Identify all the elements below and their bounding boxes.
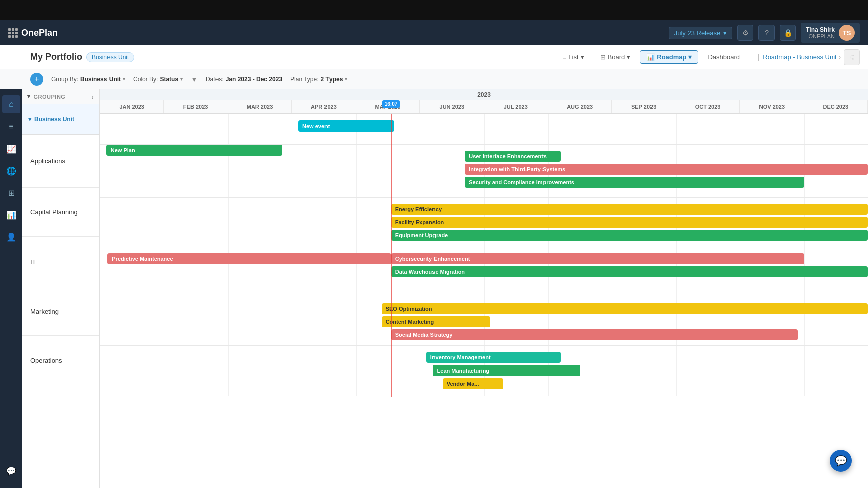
- sidebar-analytics-icon[interactable]: 📊: [2, 206, 20, 224]
- bar-socialMedia[interactable]: Social Media Strategy: [391, 329, 798, 340]
- fab-button[interactable]: 💬: [830, 450, 852, 472]
- sidebar-globe-icon[interactable]: 🌐: [2, 162, 20, 180]
- release-dropdown[interactable]: July 23 Release ▾: [669, 27, 733, 39]
- grid-line-5: [420, 114, 420, 144]
- month-headers: JAN 2023FEB 2023MAR 2023APR 2023MAY 2023…: [100, 100, 868, 114]
- grid-line-4: [356, 145, 357, 197]
- grid-line-11: [804, 114, 805, 144]
- grid-line-3: [292, 114, 292, 144]
- grid-line-7: [548, 114, 549, 144]
- group-operations[interactable]: Operations: [22, 336, 99, 386]
- bar-label-cybersecurity: Cybersecurity Enhancement: [395, 256, 470, 262]
- lock-button[interactable]: 🔒: [780, 25, 796, 41]
- collapse-business-unit-icon: ▾: [28, 116, 31, 123]
- filter-icon[interactable]: ▼: [191, 75, 198, 83]
- sidebar-puzzle-icon[interactable]: ⊞: [2, 184, 20, 202]
- plan-type-label: Plan Type:: [290, 76, 318, 83]
- bar-label-socialMedia: Social Media Strategy: [395, 332, 453, 338]
- grid-line-4: [356, 346, 357, 396]
- collapse-icon[interactable]: ▾: [27, 93, 31, 100]
- bar-energyEfficiency[interactable]: Energy Efficiency: [391, 204, 868, 215]
- board-view-btn[interactable]: ⊞ Board ▾: [594, 50, 637, 64]
- grid-line-5: [420, 145, 420, 197]
- bar-vendorMgmt[interactable]: Vendor Ma...: [443, 378, 503, 389]
- bar-dataWarehouse[interactable]: Data Warehouse Migration: [391, 266, 868, 277]
- group-by-control[interactable]: Group By: Business Unit ▾: [51, 76, 125, 83]
- settings-button[interactable]: ⚙: [737, 25, 753, 41]
- color-by-control[interactable]: Color By: Status ▾: [133, 76, 183, 83]
- app-header: OnePlan July 23 Release ▾ ⚙ ? 🔒 Tina Shi…: [0, 20, 868, 45]
- help-button[interactable]: ?: [758, 25, 775, 41]
- add-button[interactable]: +: [30, 73, 43, 86]
- dates-control[interactable]: Dates: Jan 2023 - Dec 2023: [206, 76, 282, 83]
- gantt-row-marketing: SEO OptimizationContent MarketingSocial …: [100, 297, 868, 346]
- left-sidebar: ⌂ ≡ 📈 🌐 ⊞ 📊 👤 💬: [0, 89, 22, 488]
- bar-contentMarketing[interactable]: Content Marketing: [382, 316, 491, 327]
- dashboard-view-btn[interactable]: Dashboard: [701, 50, 746, 64]
- bar-newPlan[interactable]: New Plan: [106, 145, 282, 156]
- month-header-7: AUG 2023: [548, 100, 612, 113]
- grouping-panel: ▾ GROUPING ↕ ▾ Business Unit Application…: [22, 89, 100, 488]
- bar-label-inventoryMgmt: Inventory Management: [430, 354, 491, 360]
- bar-leanManufacturing[interactable]: Lean Manufacturing: [433, 365, 580, 376]
- bar-security[interactable]: Security and Compliance Improvements: [465, 177, 804, 188]
- grid-line-1: [164, 198, 164, 247]
- print-button[interactable]: 🖨: [844, 49, 860, 65]
- sidebar-list-icon[interactable]: ≡: [2, 117, 20, 136]
- print-icon: 🖨: [848, 53, 855, 61]
- month-header-5: JUN 2023: [420, 100, 484, 113]
- bar-integration[interactable]: Integration with Third-Party Systems: [465, 164, 868, 175]
- bar-label-seoOptimization: SEO Optimization: [386, 306, 432, 312]
- year-header: 2023: [100, 89, 868, 100]
- gantt-row-operations: Inventory ManagementLean ManufacturingVe…: [100, 346, 868, 396]
- bar-inventoryMgmt[interactable]: Inventory Management: [426, 352, 561, 363]
- sort-icon[interactable]: ↕: [91, 94, 94, 100]
- grouping-header: ▾ GROUPING ↕: [22, 89, 99, 104]
- plan-type-value: 2 Types: [321, 76, 343, 83]
- sub-header: My Portfolio Business Unit ≡ List ▾ ⊞ Bo…: [0, 45, 868, 69]
- grid-line-3: [292, 145, 292, 197]
- month-header-0: JAN 2023: [100, 100, 164, 113]
- sidebar-message-icon[interactable]: 💬: [2, 462, 20, 480]
- user-name: Tina Shirk: [806, 26, 835, 33]
- grid-line-0: [100, 297, 100, 345]
- group-label-capital-planning: Capital Planning: [30, 208, 78, 216]
- group-business-unit[interactable]: ▾ Business Unit: [22, 104, 99, 135]
- plan-type-control[interactable]: Plan Type: 2 Types ▾: [290, 76, 347, 83]
- bar-uiEnhancements[interactable]: User Interface Enhancements: [465, 151, 561, 162]
- month-header-8: SEP 2023: [612, 100, 676, 113]
- bar-label-predictiveMaintenance: Predictive Maintenance: [112, 256, 173, 262]
- bar-label-facilityExpansion: Facility Expansion: [395, 219, 444, 225]
- month-header-9: OCT 2023: [676, 100, 740, 113]
- roadmap-business-unit-link[interactable]: Roadmap - Business Unit ›: [763, 53, 841, 61]
- bar-newEvent[interactable]: New event: [298, 120, 394, 132]
- month-header-1: FEB 2023: [164, 100, 228, 113]
- group-capital-planning[interactable]: Capital Planning: [22, 188, 99, 237]
- roadmap-view-btn[interactable]: 📊 Roadmap ▾: [640, 50, 698, 64]
- release-label: July 23 Release: [674, 29, 721, 37]
- list-view-btn[interactable]: ≡ List ▾: [556, 50, 591, 64]
- color-by-arrow-icon: ▾: [180, 76, 183, 82]
- sidebar-chart-icon[interactable]: 📈: [2, 140, 20, 158]
- main-layout: ⌂ ≡ 📈 🌐 ⊞ 📊 👤 💬 ▾ GROUPING ↕ ▾ Business …: [0, 89, 868, 488]
- bar-equipmentUpgrade[interactable]: Equipment Upgrade: [391, 230, 868, 241]
- roadmap-icon: 📊: [646, 53, 655, 61]
- bar-cybersecurity[interactable]: Cybersecurity Enhancement: [391, 253, 804, 264]
- group-label-marketing: Marketing: [30, 308, 59, 315]
- dates-label: Dates:: [206, 76, 224, 83]
- group-it[interactable]: IT: [22, 237, 99, 287]
- sidebar-home-icon[interactable]: ⌂: [2, 95, 20, 113]
- sidebar-user-icon[interactable]: 👤: [2, 228, 20, 246]
- bar-seoOptimization[interactable]: SEO Optimization: [382, 303, 868, 314]
- user-menu[interactable]: Tina Shirk ONEPLAN TS: [801, 23, 860, 43]
- group-by-label: Group By:: [51, 76, 78, 83]
- group-marketing[interactable]: Marketing: [22, 287, 99, 336]
- grid-line-2: [228, 346, 229, 396]
- bar-facilityExpansion[interactable]: Facility Expansion: [391, 217, 868, 228]
- gantt-content: New eventNew PlanUser Interface Enhancem…: [100, 114, 868, 396]
- group-applications[interactable]: Applications: [22, 135, 99, 188]
- bar-predictiveMaintenance[interactable]: Predictive Maintenance: [107, 253, 391, 264]
- divider: |: [757, 53, 759, 62]
- app-name: OnePlan: [21, 28, 58, 38]
- list-icon: ≡: [563, 53, 567, 61]
